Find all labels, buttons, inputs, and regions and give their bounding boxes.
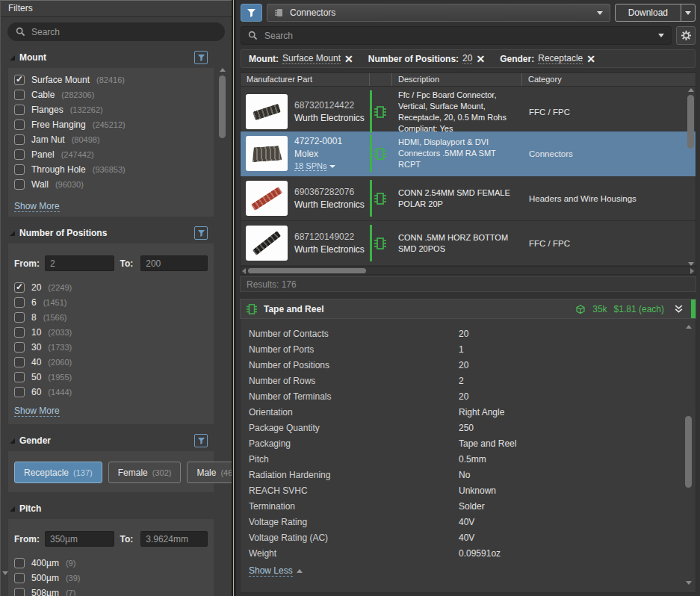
filter-option-row[interactable]: 10 (2033) (8, 325, 214, 340)
filter-option-row[interactable]: 6 (1451) (8, 295, 214, 310)
filter-option-row[interactable]: Flanges (132262) (8, 102, 214, 117)
section-header-gender[interactable]: Gender (1, 434, 232, 447)
gender-toggle-button[interactable]: Male (463) (187, 462, 232, 483)
scrollbar-thumb[interactable] (219, 75, 226, 138)
checkbox[interactable] (14, 297, 25, 308)
scroll-right-arrow[interactable] (690, 268, 694, 274)
scroll-up-arrow[interactable] (220, 68, 226, 72)
spns-dropdown[interactable]: 18 SPNs (294, 161, 342, 171)
filter-option-row[interactable]: Surface Mount (82416) (8, 72, 214, 87)
checkbox[interactable] (14, 119, 25, 130)
collapse-triangle-icon[interactable] (10, 506, 15, 512)
collapse-chevron-icon[interactable] (674, 304, 684, 314)
checkbox[interactable] (14, 282, 25, 293)
table-row[interactable]: 690367282076 Wurth Electronics CONN 2.54… (241, 176, 696, 221)
settings-button[interactable] (676, 26, 696, 45)
checkbox[interactable] (14, 179, 25, 190)
checkbox[interactable] (14, 357, 25, 367)
filter-option-row[interactable]: 500µm (39) (8, 571, 214, 586)
detail-scrollbar[interactable] (684, 325, 693, 585)
scroll-left-arrow[interactable] (242, 268, 246, 274)
scroll-up-arrow[interactable] (686, 325, 692, 329)
show-more-link-positions[interactable]: Show More (14, 406, 60, 417)
filter-option-row[interactable]: Through Hole (936853) (8, 162, 214, 177)
pitch-to-input[interactable]: 3.9624mm (140, 531, 208, 547)
checkbox[interactable] (14, 573, 25, 583)
scroll-down-arrow[interactable] (686, 581, 692, 585)
table-horizontal-scrollbar[interactable] (241, 266, 696, 274)
table-row[interactable]: 47272-0001 Molex 18 SPNs HDMI, Displaypo… (241, 131, 696, 176)
checkbox[interactable] (14, 312, 25, 323)
scrollbar-thumb[interactable] (248, 268, 366, 273)
download-button[interactable]: Download (616, 4, 681, 21)
pitch-from-input[interactable]: 350µm (45, 531, 114, 547)
filter-option-row[interactable]: 508µm (7) (8, 586, 214, 596)
checkbox[interactable] (14, 105, 25, 115)
checkbox[interactable] (14, 327, 25, 338)
checkbox[interactable] (14, 149, 25, 160)
positions-to-input[interactable]: 200 (140, 255, 208, 271)
gender-toggle-button[interactable]: Receptacle (137) (14, 462, 102, 483)
parts-search-input[interactable]: Search (241, 26, 672, 45)
collapse-triangle-icon[interactable] (10, 55, 15, 60)
checkbox[interactable] (14, 75, 25, 85)
show-less-link[interactable]: Show Less (249, 565, 293, 577)
filter-option-row[interactable]: 20 (2249) (8, 280, 214, 295)
positions-from-input[interactable]: 2 (45, 255, 114, 271)
checkbox[interactable] (14, 134, 25, 145)
column-header-category[interactable]: Category (521, 73, 696, 86)
filter-option-row[interactable]: 30 (1733) (8, 340, 214, 355)
detail-header[interactable]: Tape and Reel 35k $1.81 (each) (240, 299, 696, 319)
checkbox[interactable] (14, 588, 25, 596)
table-row[interactable]: 687320124422 Wurth Electronics Ffc / Fpc… (241, 87, 696, 131)
filter-option-row[interactable]: 60 (1444) (8, 385, 214, 400)
chip-value[interactable]: Receptacle (538, 53, 583, 64)
section-filter-icon[interactable] (194, 226, 208, 240)
collapse-triangle-icon[interactable] (10, 231, 15, 236)
filters-search-input[interactable]: Search (7, 22, 225, 41)
scroll-up-arrow[interactable] (688, 88, 694, 92)
remove-filter-icon[interactable]: ✕ (344, 55, 353, 63)
category-dropdown[interactable]: Connectors (267, 4, 610, 22)
filter-option-row[interactable]: Wall (96030) (8, 177, 214, 192)
mount-scrollbar[interactable] (218, 68, 226, 214)
property-value: 20 (459, 329, 696, 339)
section-header-mount[interactable]: Mount (1, 51, 232, 64)
column-header-description[interactable]: Description (391, 73, 521, 86)
remove-filter-icon[interactable]: ✕ (586, 55, 595, 63)
section-header-pitch[interactable]: Pitch (1, 502, 232, 515)
filter-option-row[interactable]: Cable (282306) (8, 87, 214, 102)
scrollbar-thumb[interactable] (687, 95, 694, 149)
checkbox[interactable] (14, 558, 25, 568)
filter-option-row[interactable]: 40 (2060) (8, 355, 214, 370)
filter-toggle-button[interactable] (241, 4, 262, 22)
filter-option-row[interactable]: Free Hanging (245212) (8, 117, 214, 132)
chevron-down-icon[interactable] (658, 34, 664, 37)
checkbox[interactable] (14, 387, 25, 397)
remove-filter-icon[interactable]: ✕ (476, 55, 485, 63)
show-more-link-mount[interactable]: Show More (14, 201, 60, 212)
column-header-manufacturer-part[interactable]: Manufacturer Part (241, 73, 369, 86)
table-scrollbar[interactable] (687, 88, 695, 266)
filter-option-row[interactable]: 8 (1566) (8, 310, 214, 325)
table-row[interactable]: 687120149022 Wurth Electronics CONN .5MM… (241, 221, 696, 266)
checkbox[interactable] (14, 372, 25, 382)
filter-option-row[interactable]: Jam Nut (80498) (8, 132, 214, 147)
checkbox[interactable] (14, 342, 25, 353)
section-filter-icon[interactable] (194, 51, 208, 64)
chip-value[interactable]: 20 (462, 53, 472, 64)
checkbox[interactable] (14, 90, 25, 100)
section-filter-icon[interactable] (194, 434, 208, 447)
column-header-icon[interactable] (369, 73, 391, 86)
filter-option-row[interactable]: Panel (247442) (8, 147, 214, 162)
scroll-down-arrow[interactable] (2, 571, 8, 575)
filter-option-row[interactable]: 400µm (9) (8, 556, 214, 571)
gender-toggle-button[interactable]: Female (302) (108, 462, 182, 483)
chip-value[interactable]: Surface Mount (282, 53, 341, 64)
section-header-positions[interactable]: Number of Positions (1, 226, 232, 240)
download-dropdown-arrow[interactable] (681, 4, 695, 21)
scrollbar-thumb[interactable] (685, 416, 692, 488)
collapse-triangle-icon[interactable] (10, 438, 15, 444)
filter-option-row[interactable]: 50 (1955) (8, 370, 214, 385)
checkbox[interactable] (14, 164, 25, 175)
